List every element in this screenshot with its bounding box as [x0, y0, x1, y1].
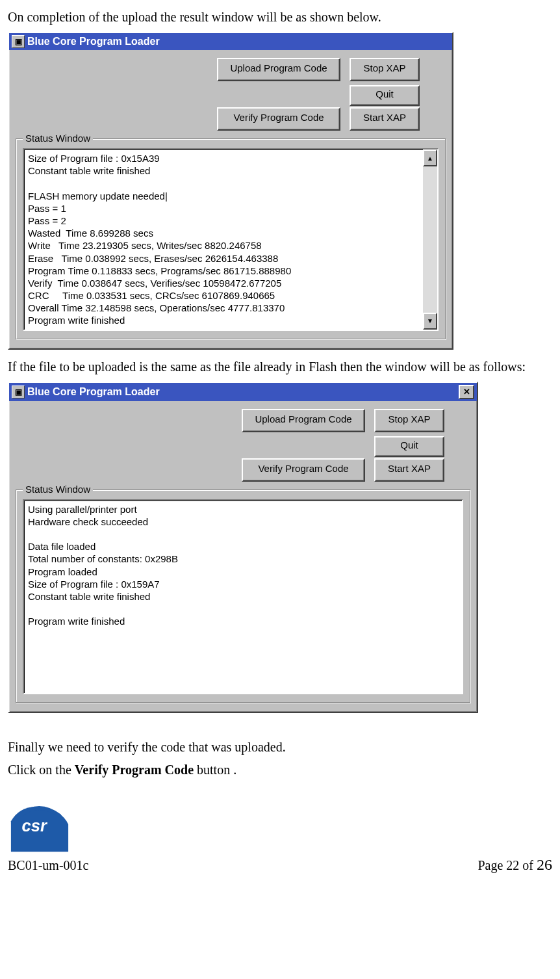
page-label-pre: Page [477, 858, 506, 872]
button-row-2: Verify Program Code Start XAP [16, 105, 446, 133]
client-area: Upload Program Code Stop XAP Quit Verify… [9, 401, 477, 712]
footer-line: BC01-um-001c Page 22 of 26 [8, 856, 552, 874]
stop-xap-button[interactable]: Stop XAP [350, 58, 420, 81]
scrollbar[interactable]: ▲ ▼ [423, 150, 437, 330]
text-pre: Click on the [8, 763, 75, 777]
verify-program-code-label: Verify Program Code [75, 763, 194, 777]
status-pane: Using parallel/printer port Hardware che… [23, 499, 463, 694]
status-groupbox: Status Window Size of Program file : 0x1… [16, 138, 446, 339]
page-total: 26 [537, 856, 552, 873]
text-post: button . [194, 763, 236, 777]
page-label-mid: of [519, 858, 537, 872]
start-xap-button[interactable]: Start XAP [374, 458, 444, 482]
quit-row: Quit [16, 435, 470, 456]
page-indicator: Page 22 of 26 [477, 856, 552, 874]
program-loader-window-1: ▣ Blue Core Program Loader Upload Progra… [8, 32, 453, 350]
button-row-1: Upload Program Code Stop XAP [16, 55, 446, 84]
verify-program-code-button[interactable]: Verify Program Code [242, 458, 365, 482]
quit-button[interactable]: Quit [350, 85, 420, 106]
close-icon[interactable]: ✕ [459, 385, 474, 399]
upload-program-code-button[interactable]: Upload Program Code [217, 58, 340, 81]
upload-program-code-button[interactable]: Upload Program Code [242, 409, 365, 432]
status-groupbox: Status Window Using parallel/printer por… [16, 490, 470, 703]
quit-row: Quit [16, 84, 446, 105]
stop-xap-button[interactable]: Stop XAP [374, 409, 444, 432]
page-current: 22 [506, 858, 519, 872]
program-loader-window-2: ▣ Blue Core Program Loader ✕ Upload Prog… [8, 382, 478, 713]
verify-program-code-button[interactable]: Verify Program Code [217, 107, 340, 131]
window-title: Blue Core Program Loader [27, 386, 459, 398]
window-title: Blue Core Program Loader [27, 36, 450, 47]
status-pane: Size of Program file : 0x15A39 Constant … [23, 148, 439, 331]
paragraph-intro-2: If the file to be uploaded is the same a… [8, 359, 552, 375]
system-menu-icon[interactable]: ▣ [12, 385, 25, 398]
titlebar[interactable]: ▣ Blue Core Program Loader [9, 33, 452, 50]
start-xap-button[interactable]: Start XAP [350, 107, 420, 131]
button-row-2: Verify Program Code Start XAP [16, 456, 470, 484]
system-menu-icon[interactable]: ▣ [12, 35, 25, 48]
scroll-track[interactable] [423, 166, 437, 313]
status-window-label: Status Window [23, 484, 93, 495]
status-window-label: Status Window [23, 133, 93, 144]
csr-logo: csr [8, 802, 71, 854]
scroll-up-icon[interactable]: ▲ [423, 150, 437, 166]
titlebar[interactable]: ▣ Blue Core Program Loader ✕ [9, 383, 477, 401]
doc-id: BC01-um-001c [8, 858, 88, 873]
status-text: Size of Program file : 0x15A39 Constant … [24, 150, 423, 330]
button-row-1: Upload Program Code Stop XAP [16, 406, 470, 435]
paragraph-intro-1: On completion of the upload the result w… [8, 9, 552, 25]
svg-text:csr: csr [22, 816, 48, 835]
quit-button[interactable]: Quit [374, 436, 444, 457]
page-footer: csr BC01-um-001c Page 22 of 26 [8, 802, 552, 874]
paragraph-intro-3: Finally we need to verify the code that … [8, 739, 552, 755]
scroll-down-icon[interactable]: ▼ [423, 313, 437, 330]
client-area: Upload Program Code Stop XAP Quit Verify… [9, 50, 452, 348]
status-text: Using parallel/printer port Hardware che… [24, 501, 462, 693]
paragraph-intro-4: Click on the Verify Program Code button … [8, 762, 552, 778]
